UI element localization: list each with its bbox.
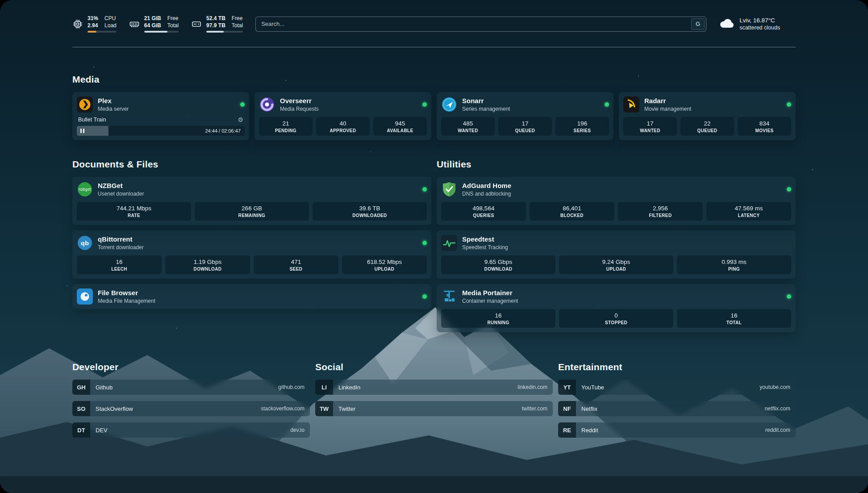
stat-label: DOWNLOAD xyxy=(444,267,553,272)
app-card-overseerr[interactable]: Overseerr Media Requests 21 PENDING 40 A… xyxy=(255,92,431,140)
app-card-plex[interactable]: Plex Media server Bullet Train ⚙ xyxy=(72,92,249,140)
disk-free-label: Free xyxy=(232,15,243,22)
stat-label: PENDING xyxy=(262,128,310,133)
status-indicator-online xyxy=(240,102,245,107)
speedtest-icon xyxy=(441,235,457,251)
utilities-column: Utilities AdGuard Home DNS and adblockin… xyxy=(437,159,796,332)
stat-value: 2,956 xyxy=(621,205,700,212)
stat-value: 1.19 Gbps xyxy=(168,259,247,265)
ram-free-label: Free xyxy=(167,15,179,22)
playback-progress-bar[interactable]: 24:44 / 02:06:47 xyxy=(77,126,245,136)
app-subtitle: DNS and adblocking xyxy=(462,191,511,197)
bookmark-name: Twitter xyxy=(338,405,355,412)
stat-tile: 86,401 BLOCKED xyxy=(530,202,614,221)
stat-label: RUNNING xyxy=(444,320,553,325)
status-indicator-online xyxy=(422,102,427,107)
bookmark-abbr: DT xyxy=(72,422,90,438)
gear-icon[interactable]: ⚙ xyxy=(238,117,243,123)
bookmark-linkedin[interactable]: LI LinkedIn linkedin.com xyxy=(315,380,553,395)
app-name: Plex xyxy=(98,97,129,105)
cpu-usage-value: 31% xyxy=(88,15,98,22)
documents-column: Documents & Files nzbget NZBGet Usenet d… xyxy=(72,159,431,309)
bookmark-github[interactable]: GH Github github.com xyxy=(72,380,310,395)
stat-value: 485 xyxy=(444,120,492,127)
status-indicator-online xyxy=(787,294,791,299)
stat-tile: 9.24 Gbps UPLOAD xyxy=(559,255,673,274)
app-card-portainer[interactable]: Media Portainer Container management 16 … xyxy=(437,284,796,332)
search-input[interactable] xyxy=(255,17,706,32)
stat-value: 0 xyxy=(562,312,671,319)
bookmark-url: youtube.com xyxy=(760,384,790,390)
app-subtitle: Series management xyxy=(462,106,510,112)
stat-label: QUEUED xyxy=(683,128,731,133)
app-name: Media Portainer xyxy=(462,289,518,297)
stat-value: 21 xyxy=(262,120,310,127)
stat-label: DOWNLOAD xyxy=(168,267,247,272)
stat-tile: 22 QUEUED xyxy=(680,117,734,136)
stat-value: 0.993 ms xyxy=(680,259,789,265)
stat-tile: 0 STOPPED xyxy=(559,309,673,328)
stat-value: 17 xyxy=(501,120,549,127)
stat-label: DOWNLOADED xyxy=(315,213,424,218)
app-card-radarr[interactable]: Radarr Movie management 17 WANTED 22 QUE… xyxy=(619,92,796,140)
ram-free-value: 21 GiB xyxy=(144,15,161,22)
search-bar: G xyxy=(255,17,706,32)
stat-label: UPLOAD xyxy=(345,267,424,272)
app-card-adguard[interactable]: AdGuard Home DNS and adblocking 498,564 … xyxy=(437,177,796,225)
stat-label: AVAILABLE xyxy=(376,128,424,133)
stat-label: REMAINING xyxy=(197,213,306,218)
bookmark-stackoverflow[interactable]: SO StackOverflow stackoverflow.com xyxy=(72,401,310,416)
bookmark-dev[interactable]: DT DEV dev.to xyxy=(72,422,310,438)
bookmark-reddit[interactable]: RE Reddit reddit.com xyxy=(558,422,796,438)
app-card-speedtest[interactable]: Speedtest Speedtest Tracking 9.65 Gbps D… xyxy=(437,230,796,279)
ram-usage-bar xyxy=(144,31,179,33)
app-card-nzbget[interactable]: nzbget NZBGet Usenet downloader 744.21 M… xyxy=(72,177,431,225)
bookmark-youtube[interactable]: YT YouTube youtube.com xyxy=(558,380,796,395)
search-engine-button[interactable]: G xyxy=(691,18,705,30)
bookmark-group-entertainment: Entertainment YT YouTube youtube.com NF … xyxy=(558,362,796,438)
stat-value: 196 xyxy=(558,120,606,127)
cpu-usage-bar xyxy=(88,31,117,33)
status-indicator-online xyxy=(605,102,609,107)
stat-tile: 40 APPROVED xyxy=(316,117,370,136)
stat-label: SEED xyxy=(256,267,336,272)
stat-tile: 618.52 Mbps UPLOAD xyxy=(342,255,427,274)
stat-tile: 17 QUEUED xyxy=(498,117,552,136)
app-card-filebrowser[interactable]: File Browser Media File Management xyxy=(72,284,431,309)
app-name: Radarr xyxy=(644,97,691,105)
homepage-dashboard: 31% 2.94 CPU Load xyxy=(0,0,868,493)
pause-icon[interactable] xyxy=(80,129,84,133)
ram-icon xyxy=(129,19,140,29)
stat-label: UPLOAD xyxy=(562,267,671,272)
bookmark-url: linkedin.com xyxy=(517,384,547,390)
ram-total-value: 64 GiB xyxy=(144,22,161,29)
stat-value: 47.569 ms xyxy=(709,205,789,212)
stat-tile: 16 LEECH xyxy=(77,255,162,274)
stat-value: 9.24 Gbps xyxy=(562,259,671,265)
app-card-qbittorrent[interactable]: qb qBittorrent Torrent downloader 16 LEE… xyxy=(72,230,431,279)
bookmark-url: dev.to xyxy=(290,427,305,433)
sonarr-icon xyxy=(441,96,457,113)
section-title-utilities: Utilities xyxy=(437,159,796,170)
bookmark-netflix[interactable]: NF Netflix netflix.com xyxy=(558,401,796,416)
stat-value: 471 xyxy=(256,259,336,265)
stat-value: 9.65 Gbps xyxy=(444,259,553,265)
stat-label: PING xyxy=(680,267,789,272)
stat-label: QUEUED xyxy=(501,128,549,133)
bookmark-twitter[interactable]: TW Twitter twitter.com xyxy=(315,401,553,416)
section-title-developer: Developer xyxy=(72,362,310,372)
bookmark-url: netflix.com xyxy=(765,405,790,412)
app-subtitle: Media Requests xyxy=(280,106,319,112)
stat-label: STOPPED xyxy=(562,320,671,325)
app-card-sonarr[interactable]: Sonarr Series management 485 WANTED 17 Q… xyxy=(437,92,613,140)
stat-tile: 16 TOTAL xyxy=(677,309,791,328)
stat-tile: 266 GB REMAINING xyxy=(195,202,309,221)
status-indicator-online xyxy=(422,187,427,192)
section-title-entertainment: Entertainment xyxy=(558,362,796,372)
stat-tile: 498,564 QUERIES xyxy=(441,202,526,221)
status-indicator-online xyxy=(422,294,427,299)
stat-label: APPROVED xyxy=(319,128,367,133)
stat-value: 744.21 Mbps xyxy=(79,205,188,212)
section-title-documents: Documents & Files xyxy=(72,159,431,170)
system-stats-group: 31% 2.94 CPU Load xyxy=(72,15,243,33)
